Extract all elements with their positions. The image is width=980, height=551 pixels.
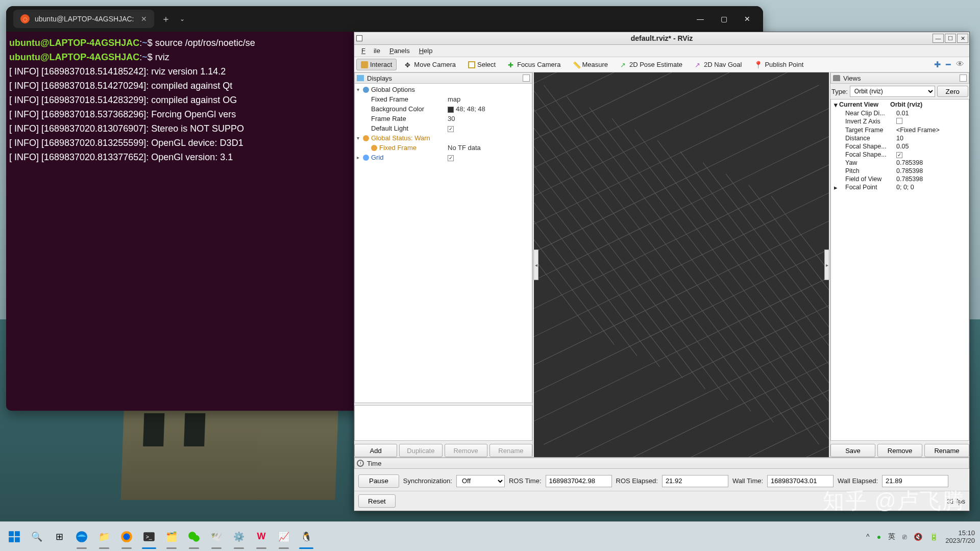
view-type-select[interactable]: Orbit (rviz) <box>850 86 935 97</box>
svg-line-9 <box>534 72 797 217</box>
ros-time-field[interactable] <box>546 475 612 487</box>
collapse-right-icon[interactable]: ▸ <box>824 249 829 280</box>
wall-time-field[interactable] <box>767 475 834 487</box>
rviz-3d-viewport[interactable]: ◂ ▸ <box>534 72 829 457</box>
focus-icon: ✚ <box>508 61 515 68</box>
svg-line-28 <box>546 130 829 457</box>
minimize-icon[interactable]: — <box>933 34 944 43</box>
add-display-icon[interactable]: ✚ <box>934 60 941 69</box>
terminal-tab-title: ubuntu@LAPTOP-4AGSHJAC: <box>35 15 134 23</box>
svg-rect-42 <box>9 531 14 536</box>
rename-view-button[interactable]: Rename <box>924 444 969 457</box>
warn-icon <box>363 135 369 141</box>
svg-line-22 <box>534 96 829 456</box>
rviz-title: default.rviz* - RViz <box>631 34 693 42</box>
windows-taskbar[interactable]: 🔍 ⊞ 📁 >_ 🗂️ 🕊️ ⚙️ W 📈 🐧 ^ ● 英 ⎚ 🔇 🔋 15:1… <box>0 521 980 551</box>
new-tab-button[interactable]: ＋ <box>161 13 170 25</box>
rviz-app-icon <box>356 35 362 41</box>
close-icon[interactable]: ✕ <box>743 15 752 23</box>
app-icon-2[interactable]: 🕊️ <box>207 528 226 546</box>
publish-icon: 📍 <box>754 61 763 69</box>
app-icon-1[interactable]: 🗂️ <box>162 528 181 546</box>
wall-elapsed-field[interactable] <box>882 475 948 487</box>
terminal-icon[interactable]: >_ <box>140 528 158 546</box>
close-icon[interactable]: ✕ <box>957 34 968 43</box>
svg-line-24 <box>534 107 829 457</box>
globe-icon <box>363 87 369 93</box>
time-header[interactable]: Time <box>354 458 969 469</box>
tool-publish-point[interactable]: 📍Publish Point <box>750 59 807 70</box>
add-button[interactable]: Add <box>354 444 397 457</box>
tool-measure[interactable]: 📏Measure <box>569 59 612 70</box>
svg-rect-43 <box>15 531 20 536</box>
svg-text:>_: >_ <box>146 534 153 540</box>
menu-help[interactable]: Help <box>415 46 437 56</box>
ime-indicator[interactable]: 英 <box>888 532 895 541</box>
edge-icon[interactable] <box>72 528 91 546</box>
wechat-icon[interactable] <box>185 528 203 546</box>
volume-icon[interactable]: 🔇 <box>914 533 922 541</box>
settings-icon[interactable]: ⚙️ <box>230 528 248 546</box>
rename-button[interactable]: Rename <box>489 444 532 457</box>
views-icon <box>833 75 840 81</box>
views-tree[interactable]: ▾Current ViewOrbit (rviz) Near Clip Di..… <box>830 99 969 441</box>
tool-2d-nav-goal[interactable]: ↗2D Nav Goal <box>691 59 746 70</box>
maximize-icon[interactable]: ☐ <box>945 34 956 43</box>
terminal-tab[interactable]: ◌ ubuntu@LAPTOP-4AGSHJAC: ✕ <box>13 10 154 28</box>
tool-interact[interactable]: Interact <box>356 59 397 70</box>
views-float-icon[interactable] <box>960 74 967 82</box>
displays-float-icon[interactable] <box>523 74 530 82</box>
svg-line-11 <box>534 72 808 240</box>
task-view-icon[interactable]: ⊞ <box>50 528 68 546</box>
zero-button[interactable]: Zero <box>937 86 968 97</box>
maximize-icon[interactable]: ▢ <box>719 15 728 23</box>
minimize-icon[interactable]: — <box>696 15 705 23</box>
tray-chevron-icon[interactable]: ^ <box>866 533 870 541</box>
start-button[interactable] <box>5 528 23 546</box>
tab-dropdown-icon[interactable]: ⌄ <box>180 15 185 22</box>
ros-elapsed-field[interactable] <box>662 475 728 487</box>
nav-icon: ↗ <box>695 61 702 68</box>
save-button[interactable]: Save <box>830 444 875 457</box>
tool-2d-pose-estimate[interactable]: ↗2D Pose Estimate <box>616 59 687 70</box>
displays-tree[interactable]: ▾Global Options Fixed Framemap Backgroun… <box>354 83 532 403</box>
tab-close-icon[interactable]: ✕ <box>141 15 147 23</box>
firefox-icon[interactable] <box>117 528 136 546</box>
tray-status-icon[interactable]: ● <box>877 533 881 541</box>
tool-select[interactable]: Select <box>464 59 500 70</box>
rviz-taskbar-icon[interactable]: 🐧 <box>297 528 315 546</box>
terminal-titlebar[interactable]: ◌ ubuntu@LAPTOP-4AGSHJAC: ✕ ＋ ⌄ — ▢ ✕ <box>6 6 763 32</box>
explorer-icon[interactable]: 📁 <box>95 528 113 546</box>
collapse-left-icon[interactable]: ◂ <box>533 249 538 280</box>
remove-button[interactable]: Remove <box>445 444 487 457</box>
tool-move-camera[interactable]: ✥Move Camera <box>401 59 460 70</box>
app-icon-3[interactable]: 📈 <box>275 528 293 546</box>
select-icon <box>468 61 475 68</box>
tool-focus-camera[interactable]: ✚Focus Camera <box>504 59 565 70</box>
wps-icon[interactable]: W <box>252 528 271 546</box>
rviz-titlebar[interactable]: default.rviz* - RViz — ☐ ✕ <box>354 32 969 45</box>
rviz-window: default.rviz* - RViz — ☐ ✕ File Panels H… <box>354 32 970 511</box>
rviz-menubar: File Panels Help <box>354 45 969 57</box>
displays-header[interactable]: Displays <box>354 72 532 84</box>
clock-icon <box>357 460 364 467</box>
menu-panels[interactable]: Panels <box>385 46 414 56</box>
sync-select[interactable]: Off <box>456 475 505 487</box>
views-header[interactable]: Views <box>830 72 969 84</box>
displays-icon <box>357 75 364 81</box>
duplicate-button[interactable]: Duplicate <box>399 444 442 457</box>
pause-button[interactable]: Pause <box>358 474 399 488</box>
svg-line-29 <box>544 267 829 444</box>
svg-line-3 <box>534 72 764 149</box>
taskbar-clock[interactable]: 15:10 2023/7/20 <box>945 529 975 544</box>
network-icon[interactable]: ⎚ <box>902 533 906 541</box>
ros-time-label: ROS Time: <box>509 477 542 485</box>
wall-elapsed-label: Wall Elapsed: <box>838 477 878 485</box>
remove-display-icon[interactable]: ━ <box>946 60 951 69</box>
search-icon[interactable]: 🔍 <box>28 528 46 546</box>
reset-button[interactable]: Reset <box>358 494 396 508</box>
remove-view-button[interactable]: Remove <box>877 444 922 457</box>
visibility-icon[interactable]: 👁 <box>956 60 964 69</box>
battery-icon[interactable]: 🔋 <box>929 533 938 541</box>
menu-file[interactable]: File <box>357 46 384 56</box>
